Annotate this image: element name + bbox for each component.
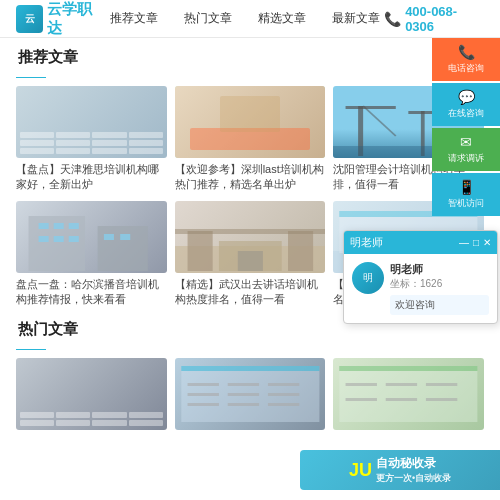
chat-agent-id: 坐标：1626 [390, 277, 489, 291]
watermark-banner: JU 自动秘收录 更方一次•自动收录 [300, 450, 500, 490]
phone-badge[interactable]: 📞 400-068-0306 [384, 4, 484, 34]
svg-rect-36 [187, 393, 218, 396]
svg-rect-11 [39, 236, 49, 242]
hot-card-2[interactable] [175, 358, 326, 434]
article-title-2: 【欢迎参考】深圳last培训机构热门推荐，精选名单出炉 [175, 162, 326, 193]
section-title-recommended: 推荐文章 [16, 48, 484, 67]
svg-rect-47 [346, 398, 377, 401]
phone-number: 400-068-0306 [405, 4, 484, 34]
svg-rect-19 [175, 229, 326, 234]
nav-recommended[interactable]: 推荐文章 [106, 8, 162, 29]
svg-rect-44 [346, 383, 377, 386]
article-img-5 [175, 201, 326, 273]
article-card-4[interactable]: 盘点一盘：哈尔滨播音培训机构推荐情报，快来看看 [16, 201, 167, 308]
hot-section-divider [16, 349, 46, 350]
article-img-4 [16, 201, 167, 273]
article-title-5: 【精选】武汉出去讲话培训机构热度排名，值得一看 [175, 277, 326, 308]
chat-info: 明老师 坐标：1626 欢迎咨询 [390, 262, 489, 315]
article-title-1: 【盘点】天津雅思培训机构哪家好，全新出炉 [16, 162, 167, 193]
chat-sidebar-label: 在线咨询 [448, 107, 484, 120]
svg-rect-35 [268, 383, 299, 386]
sidebar-btn-ask[interactable]: ✉ 请求调诉 [432, 128, 500, 171]
svg-rect-10 [69, 223, 79, 229]
main-nav: 推荐文章 热门文章 精选文章 最新文章 [106, 8, 384, 29]
logo-text: 云学职达 [47, 0, 106, 38]
hot-img-1 [16, 358, 167, 430]
chat-title: 明老师 [350, 235, 383, 250]
svg-rect-13 [69, 236, 79, 242]
svg-rect-34 [227, 383, 258, 386]
chat-sidebar-icon: 💬 [458, 89, 475, 105]
chat-close[interactable]: ✕ [483, 237, 491, 248]
watermark-logo: JU [349, 460, 372, 481]
svg-rect-45 [386, 383, 417, 386]
header: 云 云学职达 推荐文章 热门文章 精选文章 最新文章 📞 400-068-030… [0, 0, 500, 38]
svg-rect-48 [386, 398, 417, 401]
logo-icon: 云 [16, 5, 43, 33]
chat-agent-name: 明老师 [390, 262, 489, 277]
hot-card-3[interactable] [333, 358, 484, 434]
section-divider [16, 77, 46, 78]
logo[interactable]: 云 云学职达 [16, 0, 106, 38]
hot-img-2 [175, 358, 326, 430]
ask-sidebar-icon: ✉ [460, 134, 472, 150]
article-card-5[interactable]: 【精选】武汉出去讲话培训机构热度排名，值得一看 [175, 201, 326, 308]
chat-avatar: 明 [352, 262, 384, 294]
article-card-2[interactable]: 【欢迎参考】深圳last培训机构热门推荐，精选名单出炉 [175, 86, 326, 193]
article-img-1 [16, 86, 167, 158]
chat-body: 明 明老师 坐标：1626 欢迎咨询 [344, 254, 497, 323]
chat-widget: 明老师 — □ ✕ 明 明老师 坐标：1626 欢迎咨询 [343, 230, 498, 324]
svg-rect-17 [187, 231, 212, 271]
svg-rect-41 [268, 403, 299, 406]
nav-featured[interactable]: 精选文章 [254, 8, 310, 29]
sidebar-btn-device[interactable]: 📱 智机访问 [432, 173, 500, 216]
chat-message: 欢迎咨询 [390, 295, 489, 315]
device-sidebar-icon: 📱 [458, 179, 475, 195]
hot-card-1[interactable] [16, 358, 167, 434]
svg-rect-9 [54, 223, 64, 229]
hot-articles-grid [16, 358, 484, 434]
nav-hot[interactable]: 热门文章 [180, 8, 236, 29]
phone-sidebar-icon: 📞 [458, 44, 475, 60]
svg-rect-15 [120, 234, 130, 240]
sidebar-btn-online[interactable]: 💬 在线咨询 [432, 83, 500, 126]
chat-minimize[interactable]: — [459, 237, 469, 248]
chat-controls: — □ ✕ [459, 237, 491, 248]
svg-rect-33 [187, 383, 218, 386]
svg-rect-46 [426, 383, 457, 386]
svg-rect-37 [227, 393, 258, 396]
sidebar-btn-phone[interactable]: 📞 电话咨询 [432, 38, 500, 81]
svg-rect-18 [288, 231, 313, 271]
nav-latest[interactable]: 最新文章 [328, 8, 384, 29]
chat-maximize[interactable]: □ [473, 237, 479, 248]
svg-rect-40 [227, 403, 258, 406]
svg-rect-8 [39, 223, 49, 229]
svg-rect-39 [187, 403, 218, 406]
article-card-1[interactable]: 【盘点】天津雅思培训机构哪家好，全新出炉 [16, 86, 167, 193]
svg-rect-1 [346, 106, 396, 109]
chat-header: 明老师 — □ ✕ [344, 231, 497, 254]
hot-img-3 [333, 358, 484, 430]
watermark-main-text: 自动秘收录 [376, 455, 451, 472]
svg-rect-49 [426, 398, 457, 401]
phone-sidebar-label: 电话咨询 [448, 62, 484, 75]
svg-rect-43 [340, 366, 478, 371]
svg-rect-21 [237, 251, 262, 271]
ask-sidebar-label: 请求调诉 [448, 152, 484, 165]
watermark-text-block: 自动秘收录 更方一次•自动收录 [376, 455, 451, 485]
svg-rect-14 [104, 234, 114, 240]
phone-icon: 📞 [384, 11, 401, 27]
svg-rect-38 [268, 393, 299, 396]
device-sidebar-label: 智机访问 [448, 197, 484, 210]
svg-rect-12 [54, 236, 64, 242]
article-img-2 [175, 86, 326, 158]
svg-rect-32 [181, 366, 319, 371]
svg-rect-42 [340, 366, 478, 422]
article-title-4: 盘点一盘：哈尔滨播音培训机构推荐情报，快来看看 [16, 277, 167, 308]
svg-rect-7 [98, 226, 148, 271]
svg-line-2 [363, 106, 396, 136]
sidebar-float: 📞 电话咨询 💬 在线咨询 ✉ 请求调诉 📱 智机访问 [432, 38, 500, 218]
watermark-sub-text: 更方一次•自动收录 [376, 472, 451, 485]
